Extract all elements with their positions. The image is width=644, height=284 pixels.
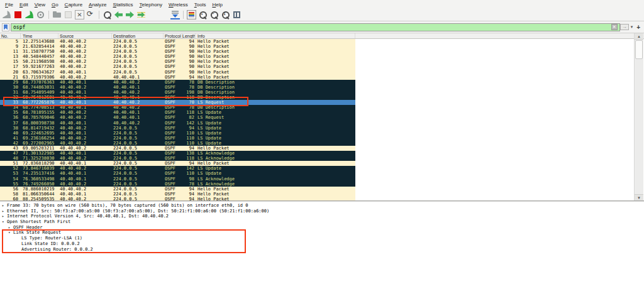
- expander-closed-icon[interactable]: ▸: [8, 225, 13, 229]
- packet-cell-info[interactable]: Hello Packet: [196, 70, 355, 75]
- packet-cell-time[interactable]: 74.235137416: [21, 171, 58, 176]
- packet-row-36[interactable]: 3668.78576904640.40.40.240.40.40.1OSPF82…: [0, 115, 355, 120]
- menu-capture[interactable]: Capture: [62, 2, 86, 8]
- packet-cell-proto[interactable]: OSPF: [164, 146, 182, 151]
- packet-row-9[interactable]: 921.63285441440.40.40.2224.0.0.5OSPF90He…: [0, 44, 355, 49]
- packet-cell-no[interactable]: 21: [0, 75, 21, 80]
- packet-cell-dst[interactable]: 224.0.0.5: [112, 182, 164, 187]
- packet-cell-time[interactable]: 50.211968598: [21, 59, 58, 64]
- packet-cell-time[interactable]: 69.224652695: [21, 131, 58, 136]
- packet-cell-proto[interactable]: OSPF: [164, 187, 182, 192]
- packet-cell-time[interactable]: 63.706343627: [21, 70, 58, 75]
- packet-cell-proto[interactable]: OSPF: [164, 126, 182, 131]
- menu-file[interactable]: File: [2, 2, 16, 8]
- packet-cell-time[interactable]: 40.548440457: [21, 54, 58, 59]
- packet-cell-len[interactable]: 78: [182, 85, 196, 90]
- packet-row-47[interactable]: 4771.30132298540.40.40.1224.0.0.5OSPF138…: [0, 151, 355, 156]
- auto-scroll-icon[interactable]: [170, 10, 180, 19]
- packet-cell-len[interactable]: 90: [182, 54, 196, 59]
- packet-cell-dst[interactable]: 224.0.0.5: [112, 166, 164, 171]
- packet-cell-info[interactable]: DB Description: [196, 85, 355, 90]
- save-file-icon[interactable]: [64, 10, 73, 19]
- packet-row-29[interactable]: 2968.73707636340.40.40.140.40.40.2OSPF78…: [0, 80, 355, 85]
- packet-cell-info[interactable]: Hello Packet: [196, 44, 355, 49]
- menu-telephony[interactable]: Telephony: [136, 2, 165, 8]
- packet-cell-dst[interactable]: 224.0.0.5: [112, 192, 164, 197]
- packet-cell-proto[interactable]: OSPF: [164, 39, 182, 44]
- packet-cell-len[interactable]: 142: [182, 166, 196, 171]
- expander-closed-icon[interactable]: ▸: [2, 209, 7, 213]
- packet-cell-dst[interactable]: 224.0.0.5: [112, 151, 164, 156]
- packet-row-48[interactable]: 4871.32523803040.40.40.2224.0.0.5OSPF118…: [0, 156, 355, 161]
- packet-cell-no[interactable]: 17: [0, 64, 21, 69]
- packet-cell-dst[interactable]: 224.0.0.5: [112, 146, 164, 151]
- packet-row-52[interactable]: 5273.84671603940.40.40.2224.0.0.5OSPF142…: [0, 166, 355, 171]
- packet-cell-no[interactable]: 52: [0, 166, 21, 171]
- packet-cell-time[interactable]: 68.814719432: [21, 126, 58, 131]
- packet-cell-info[interactable]: Hello Packet: [196, 146, 355, 151]
- packet-cell-dst[interactable]: 40.40.40.1: [112, 75, 164, 80]
- packet-cell-src[interactable]: 40.40.40.2: [58, 75, 112, 80]
- packet-cell-no[interactable]: 15: [0, 59, 21, 64]
- detail-line[interactable]: ▸Ethernet II, Src: 50:f3:a7:00:a5:00 (50…: [0, 209, 644, 214]
- column-header-destination[interactable]: Destination: [112, 33, 164, 38]
- packet-cell-no[interactable]: 43: [0, 146, 21, 151]
- packet-cell-no[interactable]: 5: [0, 39, 21, 44]
- filter-dropdown-icon[interactable]: ▾: [630, 25, 634, 30]
- packet-cell-src[interactable]: 40.40.40.2: [58, 110, 112, 115]
- zoom-out-icon[interactable]: −: [209, 10, 219, 19]
- packet-row-54[interactable]: 5476.36053349840.40.40.1224.0.0.5OSPF98L…: [0, 177, 355, 182]
- packet-cell-len[interactable]: 94: [182, 39, 196, 44]
- packet-cell-time[interactable]: 31.158707750: [21, 49, 58, 54]
- menu-wireless[interactable]: Wireless: [165, 2, 191, 8]
- packet-cell-len[interactable]: 90: [182, 44, 196, 49]
- packet-cell-src[interactable]: 40.40.40.2: [58, 126, 112, 131]
- packet-row-5[interactable]: 512.27514368840.40.40.2224.0.0.5OSPF94He…: [0, 39, 355, 44]
- packet-cell-proto[interactable]: OSPF: [164, 64, 182, 69]
- packet-row-37[interactable]: 3768.80039873840.40.40.140.40.40.2OSPF14…: [0, 121, 355, 126]
- packet-cell-no[interactable]: 41: [0, 136, 21, 141]
- expander-closed-icon[interactable]: ▸: [2, 203, 7, 207]
- packet-cell-no[interactable]: 37: [0, 121, 21, 126]
- packet-cell-proto[interactable]: OSPF: [164, 121, 182, 126]
- packet-cell-proto[interactable]: OSPF: [164, 49, 182, 54]
- packet-row-35[interactable]: 3568.78189515540.40.40.240.40.40.1OSPF11…: [0, 110, 355, 115]
- packet-cell-info[interactable]: LS Update: [196, 171, 355, 176]
- packet-cell-len[interactable]: 94: [182, 126, 196, 131]
- packet-cell-info[interactable]: LS Update: [196, 110, 355, 115]
- packet-row-41[interactable]: 4169.23616625440.40.40.2224.0.0.5OSPF110…: [0, 136, 355, 141]
- resize-columns-icon[interactable]: [232, 10, 242, 19]
- packet-cell-no[interactable]: 38: [0, 126, 21, 131]
- packet-cell-dst[interactable]: 224.0.0.5: [112, 59, 164, 64]
- packet-cell-len[interactable]: 82: [182, 115, 196, 120]
- packet-list-scrollbar[interactable]: ▲ ▼: [634, 33, 643, 200]
- packet-cell-info[interactable]: LS Update: [196, 141, 355, 146]
- packet-cell-no[interactable]: 56: [0, 187, 21, 192]
- packet-cell-proto[interactable]: OSPF: [164, 70, 182, 75]
- packet-cell-info[interactable]: Hello Packet: [196, 54, 355, 59]
- packet-row-38[interactable]: 3868.81471943240.40.40.2224.0.0.5OSPF94L…: [0, 126, 355, 131]
- packet-cell-no[interactable]: 47: [0, 151, 21, 156]
- packet-cell-proto[interactable]: OSPF: [164, 115, 182, 120]
- packet-cell-len[interactable]: 94: [182, 146, 196, 151]
- packet-cell-len[interactable]: 94: [182, 187, 196, 192]
- packet-row-30[interactable]: 3068.74486303140.40.40.240.40.40.1OSPF78…: [0, 85, 355, 90]
- packet-cell-len[interactable]: 90: [182, 49, 196, 54]
- packet-cell-len[interactable]: 94: [182, 192, 196, 197]
- packet-cell-time[interactable]: 68.800398738: [21, 121, 58, 126]
- packet-cell-time[interactable]: 69.272002965: [21, 141, 58, 146]
- packet-cell-src[interactable]: 40.40.40.1: [58, 80, 112, 85]
- packet-cell-dst[interactable]: 40.40.40.2: [112, 121, 164, 126]
- capture-options-icon[interactable]: [36, 10, 45, 19]
- packet-cell-time[interactable]: 69.236166254: [21, 136, 58, 141]
- packet-cell-len[interactable]: 90: [182, 70, 196, 75]
- packet-list[interactable]: 512.27514368840.40.40.2224.0.0.5OSPF94He…: [0, 39, 355, 200]
- column-header-info[interactable]: Info: [196, 33, 355, 38]
- packet-row-20[interactable]: 2063.70634362740.40.40.1224.0.0.5OSPF90H…: [0, 70, 355, 75]
- packet-cell-time[interactable]: 72.836818290: [21, 161, 58, 166]
- packet-cell-proto[interactable]: OSPF: [164, 192, 182, 197]
- packet-row-53[interactable]: 5374.23513741640.40.40.1224.0.0.5OSPF110…: [0, 171, 355, 176]
- packet-cell-no[interactable]: 13: [0, 54, 21, 59]
- packet-cell-dst[interactable]: 224.0.0.5: [112, 44, 164, 49]
- packet-cell-src[interactable]: 40.40.40.2: [58, 54, 112, 59]
